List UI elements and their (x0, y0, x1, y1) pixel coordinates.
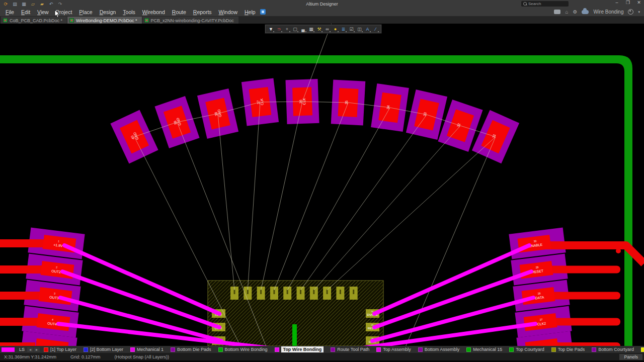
red-trace (546, 292, 620, 300)
layer-name: Mechanical 1 (137, 347, 164, 352)
grid-setting: Grid: 0.127mm (70, 354, 101, 359)
open-icon[interactable]: ▱ (30, 2, 36, 7)
magnet-tool-icon[interactable]: ⊃ (275, 26, 283, 32)
pliers-tool-icon[interactable]: ⚒ (315, 26, 323, 32)
extension-icon[interactable] (260, 9, 266, 15)
selection-tool-icon[interactable]: ▢ (291, 26, 299, 32)
quick-access-toolbar: ⟳▤▦▱▰↶↷ (0, 2, 63, 7)
layer-tab-top-courtyard[interactable]: Top Courtyard (506, 346, 548, 353)
layer-color-swatch (641, 347, 644, 352)
panels-button[interactable]: Panels (619, 354, 642, 360)
layer-tab-top-assembly[interactable]: Top Assembly (373, 346, 415, 353)
layer-tab-top-overlay[interactable]: Top Overlay (637, 346, 644, 353)
title-bar: ⟳▤▦▱▰↶↷ Altium Designer Search – ❐ ✕ (0, 0, 644, 8)
layer-color-swatch (130, 347, 135, 352)
home-icon[interactable]: ⌂ (565, 10, 568, 15)
crosshair-tool-icon[interactable]: + (283, 26, 291, 32)
layer-name: Top Courtyard (516, 347, 544, 352)
undo-icon[interactable]: ↶ (48, 2, 54, 7)
pcbdoc-icon (144, 18, 149, 23)
scroll-layers-right-icon[interactable]: ▸ (34, 347, 40, 352)
close-button[interactable]: ✕ (636, 0, 642, 5)
menu-edit[interactable]: Edit (18, 9, 34, 16)
save-icon[interactable]: ▤ (12, 2, 18, 7)
tab-pcb-x2nn-cavity[interactable]: PCB_x2NN-wirebonding-CAVITY.PcbDoc (142, 17, 238, 24)
pcb-drawing[interactable]: 1+1.8V2OUT23OUT330ENABLE29RESET28DATA40G… (0, 24, 644, 346)
highlight-tool-icon[interactable]: ● (332, 26, 339, 32)
layer-name: Top Assembly (383, 347, 411, 352)
layer-tab-top-die-pads[interactable]: Top Die Pads (548, 346, 589, 353)
status-bar: X:31.369mm Y:31.242mm Grid: 0.127mm (Hot… (0, 353, 644, 360)
trace-stub (616, 248, 621, 253)
current-layer-color[interactable] (2, 347, 15, 352)
redo-icon[interactable]: ↷ (57, 2, 63, 7)
comments-icon[interactable] (554, 10, 560, 14)
layer-color-swatch (275, 347, 279, 352)
die-region[interactable]: 1+1.8V2OUT23OUT330ENABLE29RESET28DATA (208, 281, 383, 346)
layer-sets-button[interactable]: LS (17, 347, 27, 352)
menu-view[interactable]: View (34, 9, 52, 16)
svg-text:30: 30 (533, 239, 536, 243)
layer-tab-bar: LS◂▸[1] Top Layer[2] Bottom LayerMechani… (0, 346, 644, 353)
sync-icon[interactable]: ⟳ (3, 2, 9, 7)
menu-help[interactable]: Help (241, 9, 259, 16)
save-all-icon[interactable]: ▦ (21, 2, 27, 7)
tab-wirebonding-demo[interactable]: WireBonding-DEMO.PcbDoc * (67, 17, 142, 24)
menu-reports[interactable]: Reports (190, 9, 215, 16)
menu-route[interactable]: Route (169, 9, 190, 16)
grid-tool-icon[interactable]: ▦ (307, 26, 315, 32)
pcbdoc-icon (3, 18, 8, 23)
layer-tab-mechanical-1[interactable]: Mechanical 1 (127, 346, 167, 353)
die-green-bar (292, 324, 297, 346)
settings-gear-icon[interactable]: ⚙ (573, 10, 577, 15)
red-trace (0, 239, 50, 247)
measure-tool-icon[interactable]: ▄ (299, 26, 307, 32)
red-trace (552, 342, 620, 346)
snap-mode: (Hotspot Snap (All Layers)) (114, 354, 169, 359)
layer-color-swatch (466, 347, 471, 352)
search-placeholder: Search (528, 2, 541, 6)
layer-tab-route-tool-path[interactable]: Route Tool Path (327, 346, 373, 353)
layer-tab-bottom-courtyard[interactable]: Bottom Courtyard (588, 346, 637, 353)
workspace-name[interactable]: Wire Bonding (593, 9, 623, 15)
menu-design[interactable]: Design (96, 9, 120, 16)
search-input[interactable]: Search (521, 1, 569, 7)
svg-text:28: 28 (537, 292, 540, 295)
menu-wirebond[interactable]: Wirebond (139, 9, 169, 16)
layer-tab-bottom-wire-bonding[interactable]: Bottom Wire Bonding (215, 346, 271, 353)
menu-window[interactable]: Window (215, 9, 241, 16)
svg-text:27: 27 (539, 318, 542, 321)
layer-name: Route Tool Path (337, 347, 369, 352)
pcb-canvas[interactable]: 1+1.8V2OUT23OUT330ENABLE29RESET28DATA40G… (0, 24, 644, 346)
mouse-cursor (54, 10, 60, 18)
text-tool-icon[interactable]: A (364, 26, 371, 32)
red-trace (546, 266, 620, 274)
find-similar-tool-icon[interactable]: ∞ (324, 26, 331, 32)
layer-tab--1-top-layer[interactable]: [1] Top Layer (40, 346, 80, 353)
report-tool-icon[interactable]: ◫ (356, 26, 363, 32)
layer-stack-tool-icon[interactable]: ≣ (340, 26, 347, 32)
menu-tools[interactable]: Tools (119, 9, 139, 16)
pcbdoc-icon (69, 18, 74, 23)
minimize-button[interactable]: – (614, 0, 620, 5)
layer-tab-mechanical-15[interactable]: Mechanical 15 (463, 346, 506, 353)
filter-tool-icon[interactable]: ▼ (267, 26, 275, 32)
layer-color-swatch (592, 347, 596, 352)
layer-tab-top-wire-bonding[interactable]: Top Wire Bonding (271, 346, 328, 353)
rule-check-tool-icon[interactable]: ☑ (348, 26, 355, 32)
layer-name: Bottom Assembly (425, 347, 460, 352)
user-profile-icon[interactable] (628, 9, 633, 15)
restore-button[interactable]: ❐ (625, 0, 631, 5)
layer-name: Bottom Die Pads (177, 347, 211, 352)
scroll-layers-left-icon[interactable]: ◂ (27, 347, 33, 352)
svg-text:29: 29 (535, 265, 538, 269)
layer-tab--2-bottom-layer[interactable]: [2] Bottom Layer (80, 346, 127, 353)
layer-tab-bottom-die-pads[interactable]: Bottom Die Pads (167, 346, 215, 353)
menu-file[interactable]: File (2, 9, 18, 16)
workspace-cloud-icon (582, 10, 589, 14)
open-project-icon[interactable]: ▰ (39, 2, 45, 7)
line-tool-icon[interactable]: ∕ (372, 26, 379, 32)
layer-tab-bottom-assembly[interactable]: Bottom Assembly (415, 346, 463, 353)
menu-place[interactable]: Place (75, 9, 96, 16)
chevron-down-icon[interactable]: ▾ (638, 10, 640, 14)
